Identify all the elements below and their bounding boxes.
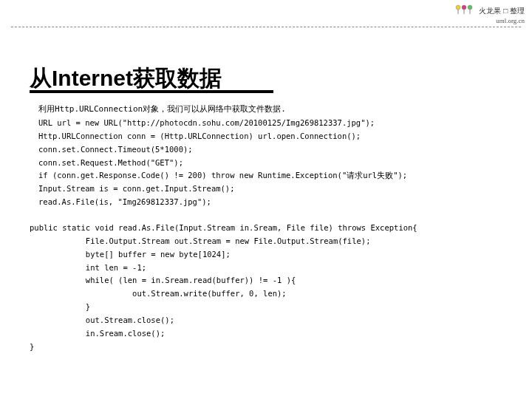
top-divider xyxy=(11,27,521,27)
code-block-1: URL url = new URL("http://photocdn.sohu.… xyxy=(38,117,407,209)
watermark-brand: 火龙果 □ 整理 xyxy=(479,6,525,16)
page-title: 从Internet获取数据 xyxy=(30,64,222,94)
title-underline xyxy=(30,90,273,93)
code-block-2: public static void read.As.File(Input.St… xyxy=(30,222,417,353)
watermark-icon xyxy=(454,4,476,17)
svg-point-0 xyxy=(456,5,460,10)
intro-text: 利用Http.URLConnection对象，我们可以从网络中获取文件数据. xyxy=(38,103,286,115)
svg-point-2 xyxy=(468,5,472,10)
watermark-url: uml.org.cn xyxy=(454,17,525,26)
watermark: 火龙果 □ 整理 uml.org.cn xyxy=(454,4,525,26)
svg-point-1 xyxy=(462,5,466,10)
